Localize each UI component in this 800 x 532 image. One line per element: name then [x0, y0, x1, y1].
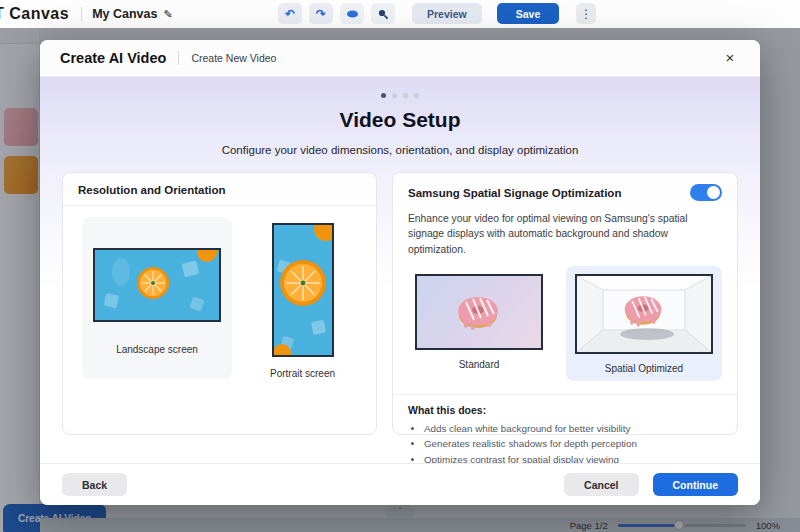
- option-standard[interactable]: Standard: [408, 266, 550, 370]
- visibility-button[interactable]: [340, 3, 364, 24]
- landscape-option-label: Landscape screen: [92, 344, 222, 355]
- bottom-panel-expander[interactable]: ˆ: [386, 505, 414, 518]
- back-button[interactable]: Back: [62, 473, 127, 496]
- divider: [81, 7, 82, 21]
- signage-panel-title: Samsung Spatial Signage Optimization: [408, 187, 621, 199]
- what-this-does-title: What this does:: [408, 404, 722, 416]
- kebab-icon: ⋮: [580, 7, 592, 21]
- undo-button[interactable]: ↶: [278, 3, 302, 24]
- magnifier-icon: [377, 8, 389, 20]
- bottom-dock: Page 1/2 100%: [40, 518, 800, 532]
- create-ai-video-modal: Create AI Video Create New Video × Video…: [40, 40, 760, 505]
- signage-panel: Samsung Spatial Signage Optimization Enh…: [392, 172, 738, 435]
- asset-thumbnail[interactable]: [4, 108, 38, 146]
- zoom-slider-fill: [618, 524, 677, 527]
- zoom-level[interactable]: 100%: [756, 520, 780, 531]
- signage-description: Enhance your video for optimal viewing o…: [408, 211, 722, 257]
- undo-icon: ↶: [285, 7, 295, 21]
- app-window: T Canvas My Canvas ✎ ↶ ↷ Preview Save ⋮: [0, 0, 800, 532]
- left-sidebar: [0, 28, 40, 532]
- document-title: My Canvas: [92, 7, 157, 21]
- close-button[interactable]: ×: [720, 48, 740, 68]
- spatial-preview-image: [575, 274, 713, 354]
- preview-button[interactable]: Preview: [412, 3, 482, 24]
- redo-button[interactable]: ↷: [309, 3, 333, 24]
- benefit-item: Adds clean white background for better v…: [424, 421, 722, 436]
- spatial-optimized-option-label: Spatial Optimized: [572, 363, 716, 374]
- more-options-button[interactable]: ⋮: [576, 3, 596, 24]
- step-dot: [414, 93, 419, 98]
- sidebar-tabstrip: [0, 28, 39, 44]
- modal-subtitle: Create New Video: [191, 52, 276, 64]
- what-this-does-list: Adds clean white background for better v…: [424, 421, 722, 467]
- step-indicator: [40, 77, 760, 98]
- standard-preview-image: [415, 274, 543, 350]
- zoom-controls: Page 1/2 100%: [570, 520, 780, 531]
- page-indicator: Page 1/2: [570, 520, 608, 531]
- step-dot-active: [381, 93, 386, 98]
- chevron-up-icon: ˆ: [399, 506, 402, 515]
- landscape-preview-image: [93, 248, 221, 322]
- benefit-item: Generates realistic shadows for depth pe…: [424, 436, 722, 451]
- zoom-slider-thumb[interactable]: [674, 520, 684, 530]
- asset-thumbnail[interactable]: [4, 156, 38, 194]
- modal-header: Create AI Video Create New Video ×: [40, 40, 760, 77]
- continue-button[interactable]: Continue: [653, 473, 739, 496]
- cancel-button[interactable]: Cancel: [564, 473, 638, 496]
- option-landscape-screen[interactable]: Landscape screen: [82, 217, 232, 379]
- signage-toggle[interactable]: [690, 184, 722, 201]
- option-portrait-screen[interactable]: Portrait screen: [270, 217, 335, 379]
- setup-panels: Resolution and Orientation: [40, 156, 760, 435]
- standard-option-label: Standard: [408, 359, 550, 370]
- resolution-panel: Resolution and Orientation: [62, 172, 377, 435]
- page-title: Video Setup: [40, 108, 760, 132]
- toggle-knob: [707, 186, 720, 199]
- resolution-panel-title: Resolution and Orientation: [78, 184, 361, 196]
- step-dot: [403, 93, 408, 98]
- zoom-tool-button[interactable]: [371, 3, 395, 24]
- redo-icon: ↷: [316, 7, 326, 21]
- portrait-option-label: Portrait screen: [270, 368, 335, 379]
- edit-title-icon[interactable]: ✎: [163, 8, 172, 21]
- top-toolbar: T Canvas My Canvas ✎ ↶ ↷ Preview Save ⋮: [0, 0, 800, 28]
- canvas-toolbar: ↶ ↷ Preview Save ⋮: [278, 3, 596, 24]
- zoom-slider[interactable]: [618, 524, 746, 527]
- save-button[interactable]: Save: [497, 3, 560, 24]
- modal-footer: Back Cancel Continue: [40, 463, 760, 505]
- modal-title: Create AI Video: [60, 50, 166, 66]
- divider: [178, 51, 179, 65]
- portrait-preview-image: [272, 223, 334, 357]
- app-logo: T Canvas: [0, 5, 69, 23]
- eye-icon: [346, 9, 359, 19]
- modal-body: Video Setup Configure your video dimensi…: [40, 77, 760, 463]
- option-spatial-optimized[interactable]: Spatial Optimized: [566, 266, 722, 381]
- page-subtitle: Configure your video dimensions, orienta…: [40, 144, 760, 156]
- divider: [393, 394, 737, 395]
- step-dot: [392, 93, 397, 98]
